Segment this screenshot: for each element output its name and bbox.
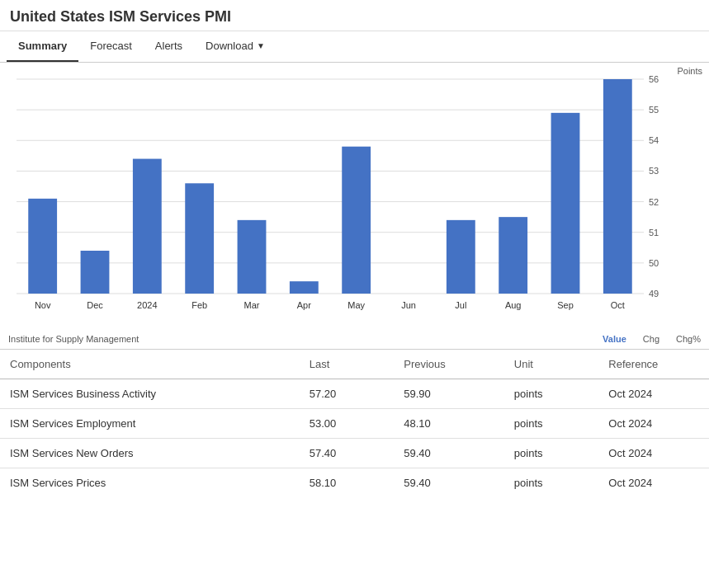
cell-last: 53.00: [300, 409, 395, 439]
col-header-component: Components: [0, 350, 300, 379]
chart-footer: Institute for Supply Management Value Ch…: [8, 329, 701, 346]
cell-previous: 59.40: [394, 439, 504, 468]
svg-text:50: 50: [649, 258, 659, 268]
cell-unit: points: [504, 409, 599, 439]
col-header-unit: Unit: [504, 350, 599, 379]
svg-text:51: 51: [649, 228, 659, 238]
components-table: Components Last Previous Unit Reference …: [0, 350, 709, 497]
cell-reference: Oct 2024: [598, 409, 709, 439]
cell-component: ISM Services Prices: [0, 468, 300, 498]
svg-text:52: 52: [649, 197, 659, 207]
chart-source: Institute for Supply Management: [8, 334, 139, 344]
tab-summary[interactable]: Summary: [7, 31, 78, 62]
table-body: ISM Services Business Activity 57.20 59.…: [0, 379, 709, 498]
tab-forecast[interactable]: Forecast: [78, 31, 144, 62]
svg-rect-24: [238, 220, 267, 294]
cell-component: ISM Services New Orders: [0, 439, 300, 468]
svg-text:56: 56: [649, 74, 659, 84]
table-row: ISM Services New Orders 57.40 59.40 poin…: [0, 439, 709, 468]
svg-text:55: 55: [649, 105, 659, 115]
cell-component: ISM Services Business Activity: [0, 379, 300, 409]
cell-reference: Oct 2024: [598, 439, 709, 468]
chart-legend: Value Chg Chg%: [603, 334, 701, 344]
svg-rect-26: [290, 281, 319, 294]
page-title: United States ISM Services PMI: [0, 0, 709, 31]
cell-previous: 59.90: [394, 379, 504, 409]
svg-rect-20: [133, 159, 162, 294]
svg-text:54: 54: [649, 135, 659, 145]
chart-svg: 4950515253545556NovDec2024FebMarAprMayJu…: [8, 71, 685, 327]
table-header-row: Components Last Previous Unit Reference: [0, 350, 709, 379]
svg-text:Nov: Nov: [35, 300, 51, 310]
tab-bar: Summary Forecast Alerts Download ▼: [0, 31, 709, 63]
svg-text:Sep: Sep: [557, 300, 574, 310]
col-header-last: Last: [300, 350, 395, 379]
svg-text:Jul: Jul: [455, 300, 466, 310]
svg-rect-34: [499, 217, 527, 294]
svg-text:May: May: [347, 300, 365, 310]
svg-text:Feb: Feb: [191, 300, 207, 310]
svg-text:Aug: Aug: [505, 300, 522, 310]
col-header-reference: Reference: [598, 350, 709, 379]
svg-text:Apr: Apr: [297, 300, 311, 310]
tab-alerts[interactable]: Alerts: [144, 31, 194, 62]
svg-rect-16: [28, 199, 57, 294]
cell-previous: 48.10: [394, 409, 504, 439]
svg-text:Dec: Dec: [87, 300, 103, 310]
table-row: ISM Services Business Activity 57.20 59.…: [0, 379, 709, 409]
svg-text:Oct: Oct: [611, 300, 625, 310]
cell-last: 57.20: [300, 379, 395, 409]
chart-area: Points 4950515253545556NovDec2024FebMarA…: [0, 63, 709, 346]
svg-text:Mar: Mar: [244, 300, 260, 310]
cell-unit: points: [504, 439, 599, 468]
cell-unit: points: [504, 379, 599, 409]
cell-reference: Oct 2024: [598, 379, 709, 409]
chgpct-toggle[interactable]: Chg%: [676, 334, 701, 344]
tab-download[interactable]: Download ▼: [194, 31, 277, 62]
chevron-down-icon: ▼: [257, 41, 265, 50]
svg-rect-32: [447, 220, 475, 294]
svg-text:Jun: Jun: [401, 300, 416, 310]
cell-reference: Oct 2024: [598, 468, 709, 498]
svg-text:53: 53: [649, 166, 659, 176]
svg-text:49: 49: [649, 289, 659, 299]
table-row: ISM Services Prices 58.10 59.40 points O…: [0, 468, 709, 498]
value-toggle[interactable]: Value: [603, 334, 626, 344]
components-table-section: Components Last Previous Unit Reference …: [0, 349, 709, 497]
svg-rect-28: [342, 147, 371, 294]
table-row: ISM Services Employment 53.00 48.10 poin…: [0, 409, 709, 439]
y-axis-label: Points: [677, 66, 702, 76]
cell-previous: 59.40: [394, 468, 504, 498]
svg-text:2024: 2024: [137, 300, 157, 310]
svg-rect-36: [551, 113, 580, 294]
bar-chart: 4950515253545556NovDec2024FebMarAprMayJu…: [8, 71, 701, 329]
svg-rect-38: [603, 79, 632, 294]
cell-last: 57.40: [300, 439, 395, 468]
cell-unit: points: [504, 468, 599, 498]
svg-rect-22: [185, 183, 214, 294]
col-header-previous: Previous: [394, 350, 504, 379]
cell-component: ISM Services Employment: [0, 409, 300, 439]
cell-last: 58.10: [300, 468, 395, 498]
svg-rect-18: [81, 251, 110, 294]
chg-toggle[interactable]: Chg: [643, 334, 659, 344]
